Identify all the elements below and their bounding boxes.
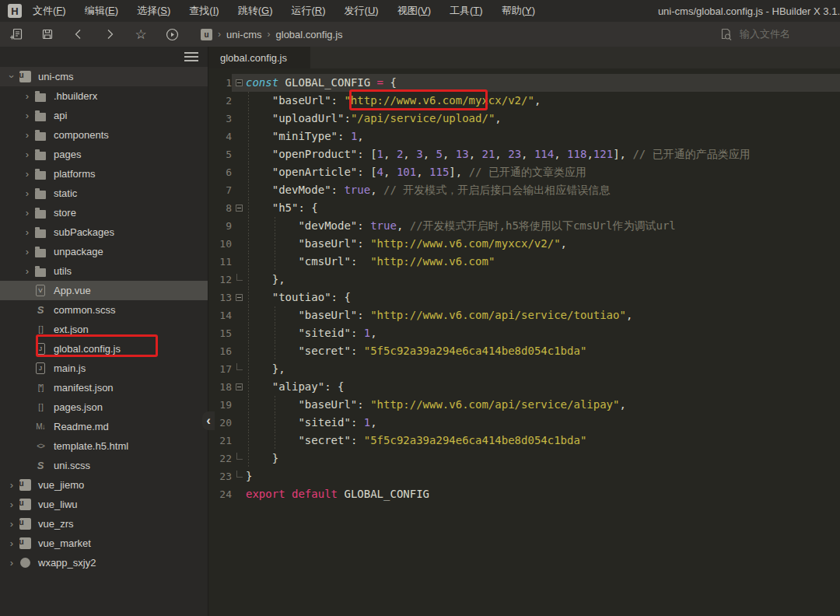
tree-item-pages.json[interactable]: [ ]pages.json: [0, 397, 208, 417]
menu-select[interactable]: 选择(S): [137, 4, 170, 18]
chevron-right-icon[interactable]: ›: [5, 537, 19, 549]
tree-item-main.js[interactable]: Jmain.js: [0, 359, 208, 378]
chevron-right-icon[interactable]: ›: [20, 246, 34, 257]
code-line[interactable]: 15 "siteid": 1,: [208, 324, 840, 342]
code-line[interactable]: 8 "h5": {: [208, 199, 840, 217]
tree-item-uni.scss[interactable]: Suni.scss: [0, 456, 208, 475]
menu-file[interactable]: 文件(F): [33, 4, 66, 18]
tree-item-unpackage[interactable]: ›unpackage: [0, 242, 208, 261]
code-line[interactable]: 6 "openArticle": [4, 101, 115], // 已开通的文…: [208, 163, 840, 181]
tree-item-Readme.md[interactable]: M↓Readme.md: [0, 417, 208, 436]
tree-item-common.scss[interactable]: Scommon.scss: [0, 300, 208, 320]
code-line[interactable]: 19 "baseUrl": "http://www.v6.com/api/ser…: [208, 396, 840, 414]
menu-tools[interactable]: 工具(T): [450, 4, 483, 18]
fold-collapse-icon[interactable]: [232, 378, 246, 396]
tree-item-pages[interactable]: ›pages: [0, 145, 208, 164]
code-line[interactable]: 20 "siteid": 1,: [208, 414, 840, 432]
hamburger-menu-icon[interactable]: [184, 52, 198, 61]
code-line[interactable]: 13 "toutiao": {: [208, 289, 840, 306]
tree-item-wxapp_sxjy2[interactable]: ›wxapp_sxjy2: [0, 553, 208, 572]
tree-item-ext.json[interactable]: [ ]ext.json: [0, 320, 208, 339]
chevron-right-icon[interactable]: ›: [20, 265, 34, 277]
fold-collapse-icon[interactable]: [232, 74, 246, 92]
code-line[interactable]: 16 "secret": "5f5c92a39a294e6ca414be8d05…: [208, 342, 840, 360]
fold-spacer: [232, 235, 246, 253]
fold-collapse-icon[interactable]: [232, 289, 246, 306]
chevron-right-icon[interactable]: ›: [20, 168, 34, 180]
tree-item-manifest.json[interactable]: [*]manifest.json: [0, 378, 208, 397]
tree-item-label: App.vue: [54, 285, 91, 296]
code-line[interactable]: 1const GLOBAL_CONFIG = {: [208, 74, 840, 92]
tree-item-utils[interactable]: ›utils: [0, 261, 208, 281]
tree-item-vue_market[interactable]: ›uvue_market: [0, 534, 208, 553]
forward-button[interactable]: [98, 23, 121, 45]
tree-item-static[interactable]: ›static: [0, 184, 208, 203]
code-line[interactable]: 9 "devMode": true, //开发模式开启时,h5将使用以下cmsU…: [208, 217, 840, 235]
menu-view[interactable]: 视图(V): [397, 4, 431, 18]
code-line[interactable]: 7 "devMode": true, // 开发模式，开启后接口会输出相应错误信…: [208, 181, 840, 199]
code-line[interactable]: 10 "baseUrl": "http://www.v6.com/myxcx/v…: [208, 235, 840, 253]
favorite-button[interactable]: ☆: [129, 23, 152, 45]
breadcrumb-item-file[interactable]: global.config.js: [276, 29, 343, 40]
menu-goto[interactable]: 跳转(G): [238, 4, 273, 18]
code-text: "devMode": true, //开发模式开启时,h5将使用以下cmsUrl…: [246, 217, 840, 235]
tree-item-vue_liwu[interactable]: ›uvue_liwu: [0, 495, 208, 514]
main-area: ›uuni-cms›.hbuilderx›api›components›page…: [0, 47, 840, 616]
save-button[interactable]: [36, 23, 59, 45]
tree-item-components[interactable]: ›components: [0, 125, 208, 145]
code-line[interactable]: 4 "miniType": 1,: [208, 128, 840, 145]
chevron-right-icon[interactable]: ›: [20, 90, 34, 102]
code-line[interactable]: 18 "alipay": {: [208, 378, 840, 396]
tree-item-label: subPackages: [54, 226, 114, 238]
menu-edit[interactable]: 编辑(E): [85, 4, 118, 18]
menu-run[interactable]: 运行(R): [291, 4, 325, 18]
chevron-right-icon[interactable]: ›: [5, 499, 19, 510]
menu-find[interactable]: 查找(I): [189, 4, 219, 18]
code-line[interactable]: 21 "secret": "5f5c92a39a294e6ca414be8d05…: [208, 432, 840, 450]
code-line[interactable]: 14 "baseUrl": "http://www.v6.com/api/ser…: [208, 306, 840, 324]
breadcrumb-item-project[interactable]: uni-cms: [226, 29, 262, 40]
tree-item-global.config.js[interactable]: Jglobal.config.js: [0, 339, 208, 359]
chevron-right-icon[interactable]: ›: [5, 557, 19, 569]
chevron-right-icon[interactable]: ›: [5, 518, 19, 530]
code-area[interactable]: 1const GLOBAL_CONFIG = {2 "baseUrl": "ht…: [208, 68, 840, 616]
code-line[interactable]: 2 "baseUrl": "http://www.v6.com/myxcx/v2…: [208, 92, 840, 110]
tree-item-template.h5.html[interactable]: <>template.h5.html: [0, 436, 208, 456]
code-line[interactable]: 11 "cmsUrl": "http://www.v6.com": [208, 253, 840, 271]
chevron-right-icon[interactable]: ›: [5, 479, 19, 491]
tree-item-store[interactable]: ›store: [0, 203, 208, 222]
chevron-right-icon[interactable]: ›: [20, 187, 34, 199]
tree-item-subPackages[interactable]: ›subPackages: [0, 222, 208, 242]
chevron-right-icon[interactable]: ›: [20, 207, 34, 219]
tree-item-uni-cms[interactable]: ›uuni-cms: [0, 67, 208, 86]
code-line[interactable]: 17 },: [208, 360, 840, 378]
line-number: 17: [208, 360, 232, 378]
menu-publish[interactable]: 发行(U): [345, 4, 379, 18]
folder-icon: [34, 208, 47, 219]
code-line[interactable]: 22 }: [208, 450, 840, 467]
tree-item-vue_jiemo[interactable]: ›uvue_jiemo: [0, 475, 208, 495]
tree-item-vue_zrs[interactable]: ›uvue_zrs: [0, 514, 208, 534]
chevron-down-icon[interactable]: ›: [6, 70, 18, 84]
chevron-right-icon[interactable]: ›: [20, 110, 34, 121]
menu-help[interactable]: 帮助(Y): [502, 4, 535, 18]
file-search-box[interactable]: 输入文件名: [719, 27, 790, 41]
tree-item-App.vue[interactable]: VApp.vue: [0, 281, 208, 300]
tree-item-platforms[interactable]: ›platforms: [0, 164, 208, 184]
code-line[interactable]: 24export default GLOBAL_CONFIG: [208, 485, 840, 503]
chevron-right-icon[interactable]: ›: [20, 226, 34, 238]
code-line[interactable]: 3 "uploadUrl":"/api/service/upload/",: [208, 110, 840, 128]
code-line[interactable]: 12 },: [208, 271, 840, 289]
new-file-button[interactable]: [5, 23, 28, 45]
run-button[interactable]: [160, 23, 184, 45]
tree-item-api[interactable]: ›api: [0, 106, 208, 125]
tree-item-.hbuilderx[interactable]: ›.hbuilderx: [0, 86, 208, 106]
fold-collapse-icon[interactable]: [232, 199, 246, 217]
code-line[interactable]: 23}: [208, 467, 840, 485]
back-button[interactable]: [67, 23, 90, 45]
chevron-right-icon[interactable]: ›: [20, 149, 34, 160]
chevron-right-icon[interactable]: ›: [20, 129, 34, 141]
code-line[interactable]: 5 "openProduct": [1, 2, 3, 5, 13, 21, 23…: [208, 145, 840, 163]
tab-global-config-js[interactable]: global.config.js: [208, 47, 310, 68]
sidebar-collapse-button[interactable]: ‹: [202, 411, 215, 430]
